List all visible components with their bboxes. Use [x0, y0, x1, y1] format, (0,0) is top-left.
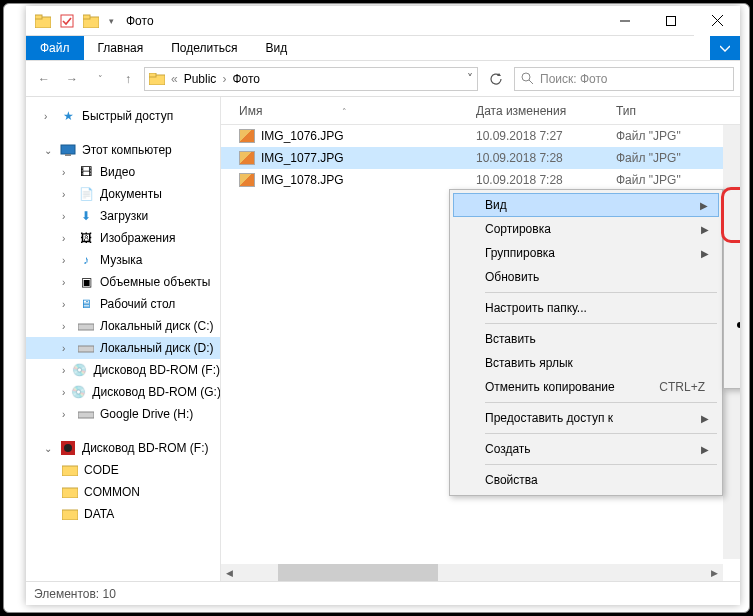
- nav-forward-button[interactable]: →: [60, 67, 84, 91]
- sidebar-item-gdrive[interactable]: ›Google Drive (H:): [26, 403, 220, 425]
- cube-icon: ▣: [78, 274, 94, 290]
- sidebar-item-videos[interactable]: ›🎞Видео: [26, 161, 220, 183]
- folder-icon: [62, 484, 78, 500]
- column-date[interactable]: Дата изменения: [476, 104, 616, 118]
- ctx-new[interactable]: Создать▶: [453, 437, 719, 461]
- sidebar-item-downloads[interactable]: ›⬇Загрузки: [26, 205, 220, 227]
- svg-rect-10: [149, 73, 156, 77]
- status-item-count: Элементов: 10: [34, 587, 116, 601]
- download-icon: ⬇: [78, 208, 94, 224]
- scroll-left-icon[interactable]: ◀: [221, 564, 238, 581]
- svg-rect-2: [61, 15, 73, 27]
- disc-icon: 💿: [72, 362, 87, 378]
- maximize-button[interactable]: [648, 6, 694, 36]
- sidebar-this-pc[interactable]: ⌄ Этот компьютер: [26, 139, 220, 161]
- image-icon: [239, 151, 255, 165]
- breadcrumb-segment[interactable]: Public: [184, 72, 217, 86]
- folder-icon: [62, 462, 78, 478]
- star-icon: ★: [60, 108, 76, 124]
- document-icon: 📄: [78, 186, 94, 202]
- horizontal-scrollbar[interactable]: ◀ ▶: [221, 564, 723, 581]
- ctx-refresh[interactable]: Обновить: [453, 265, 719, 289]
- svg-rect-1: [35, 15, 42, 19]
- sidebar-quick-access[interactable]: › ★ Быстрый доступ: [26, 105, 220, 127]
- file-row[interactable]: IMG_1076.JPG 10.09.2018 7:27 Файл "JPG": [221, 125, 740, 147]
- scrollbar-thumb[interactable]: [278, 564, 438, 581]
- svg-rect-16: [78, 346, 94, 352]
- submenu-arrow-icon: ▶: [701, 444, 709, 455]
- svg-line-12: [529, 80, 533, 84]
- view-list[interactable]: Список: [727, 289, 740, 313]
- sidebar-item-c-drive[interactable]: ›Локальный диск (C:): [26, 315, 220, 337]
- file-row[interactable]: IMG_1077.JPG 10.09.2018 7:28 Файл "JPG": [221, 147, 740, 169]
- qat-folder-icon[interactable]: [80, 10, 102, 32]
- ctx-customize[interactable]: Настроить папку...: [453, 296, 719, 320]
- minimize-button[interactable]: [602, 6, 648, 36]
- disc-icon: [60, 440, 76, 456]
- sidebar-bdrom[interactable]: ⌄Дисковод BD-ROM (F:): [26, 437, 220, 459]
- ribbon-tab-file[interactable]: Файл: [26, 36, 84, 60]
- refresh-button[interactable]: [482, 67, 510, 91]
- sidebar-item-d-drive[interactable]: ›Локальный диск (D:): [26, 337, 220, 359]
- qat-dropdown-icon[interactable]: ▾: [104, 10, 118, 32]
- sidebar-item-bdrom-f[interactable]: ›💿Дисковод BD-ROM (F:): [26, 359, 220, 381]
- address-bar[interactable]: « Public › Фото ˅: [144, 67, 478, 91]
- ctx-paste[interactable]: Вставить: [453, 327, 719, 351]
- drive-icon: [78, 318, 94, 334]
- sort-indicator-icon: ˄: [342, 107, 347, 117]
- nav-up-button[interactable]: ↑: [116, 67, 140, 91]
- close-button[interactable]: [694, 6, 740, 36]
- sidebar-item-documents[interactable]: ›📄Документы: [26, 183, 220, 205]
- folder-icon: [62, 506, 78, 522]
- view-content[interactable]: Содержимое: [727, 361, 740, 385]
- ctx-share[interactable]: Предоставить доступ к▶: [453, 406, 719, 430]
- submenu-arrow-icon: ▶: [701, 413, 709, 424]
- ribbon-tab-share[interactable]: Поделиться: [157, 36, 251, 60]
- qat-checkbox-icon[interactable]: [56, 10, 78, 32]
- breadcrumb-segment[interactable]: Фото: [232, 72, 260, 86]
- view-medium[interactable]: Обычные значки: [727, 241, 740, 265]
- search-box[interactable]: Поиск: Фото: [514, 67, 734, 91]
- picture-icon: 🖼: [78, 230, 94, 246]
- ctx-paste-shortcut[interactable]: Вставить ярлык: [453, 351, 719, 375]
- window-title: Фото: [126, 14, 154, 28]
- view-details[interactable]: Таблица: [727, 313, 740, 337]
- file-row[interactable]: IMG_1078.JPG 10.09.2018 7:28 Файл "JPG": [221, 169, 740, 191]
- scroll-right-icon[interactable]: ▶: [706, 564, 723, 581]
- view-tiles[interactable]: Плитка: [727, 337, 740, 361]
- ctx-group[interactable]: Группировка▶: [453, 241, 719, 265]
- ctx-separator: [485, 402, 717, 403]
- address-dropdown-icon[interactable]: ˅: [467, 72, 473, 86]
- ctx-undo[interactable]: Отменить копированиеCTRL+Z: [453, 375, 719, 399]
- breadcrumb-separator: ›: [222, 72, 226, 86]
- monitor-icon: [60, 142, 76, 158]
- nav-back-button[interactable]: ←: [32, 67, 56, 91]
- sidebar-item-3d[interactable]: ›▣Объемные объекты: [26, 271, 220, 293]
- svg-rect-13: [61, 145, 75, 154]
- column-type[interactable]: Тип: [616, 104, 740, 118]
- sidebar-folder[interactable]: DATA: [26, 503, 220, 525]
- sidebar-folder[interactable]: COMMON: [26, 481, 220, 503]
- ctx-properties[interactable]: Свойства: [453, 468, 719, 492]
- view-small[interactable]: Мелкие значки: [727, 265, 740, 289]
- ctx-view[interactable]: Вид▶: [453, 193, 719, 217]
- nav-recent-dropdown[interactable]: ˅: [88, 67, 112, 91]
- ribbon-expand-icon[interactable]: [710, 36, 740, 60]
- search-placeholder: Поиск: Фото: [540, 72, 608, 86]
- sidebar-item-desktop[interactable]: ›🖥Рабочий стол: [26, 293, 220, 315]
- music-icon: ♪: [78, 252, 94, 268]
- view-large[interactable]: Крупные значки: [727, 217, 740, 241]
- ribbon-tab-home[interactable]: Главная: [84, 36, 158, 60]
- sidebar-item-bdrom-g[interactable]: ›💿Дисковод BD-ROM (G:): [26, 381, 220, 403]
- ribbon: Файл Главная Поделиться Вид: [26, 36, 740, 61]
- file-list[interactable]: IMG_1076.JPG 10.09.2018 7:27 Файл "JPG" …: [221, 125, 740, 581]
- sidebar-folder[interactable]: CODE: [26, 459, 220, 481]
- ribbon-tab-view[interactable]: Вид: [251, 36, 301, 60]
- svg-rect-6: [667, 16, 676, 25]
- ctx-sort[interactable]: Сортировка▶: [453, 217, 719, 241]
- sidebar-item-pictures[interactable]: ›🖼Изображения: [26, 227, 220, 249]
- column-name[interactable]: Имя˄: [221, 104, 476, 118]
- sidebar-item-music[interactable]: ›♪Музыка: [26, 249, 220, 271]
- folder-icon: [149, 71, 165, 87]
- view-huge[interactable]: Огромные значки: [727, 193, 740, 217]
